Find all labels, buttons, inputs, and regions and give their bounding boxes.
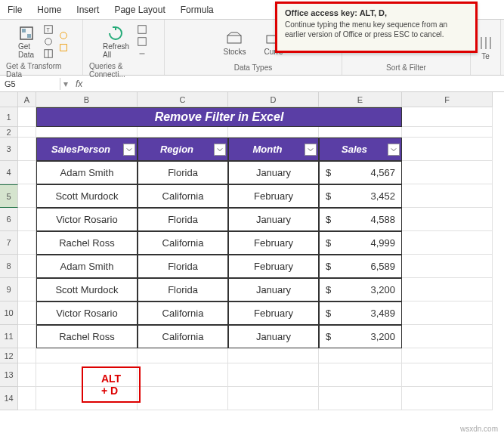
properties-icon[interactable] [137, 36, 147, 47]
cell-region[interactable]: California [138, 231, 228, 255]
cell[interactable] [319, 127, 402, 138]
queries-icon[interactable] [137, 24, 147, 35]
row-header-9[interactable]: 9 [0, 278, 18, 301]
cell[interactable] [402, 107, 493, 127]
col-header-b[interactable]: B [36, 92, 138, 107]
cell[interactable] [18, 161, 36, 184]
cell-sales[interactable]: $4,588 [319, 208, 402, 231]
cell[interactable] [36, 127, 138, 138]
col-header-f[interactable]: F [402, 92, 493, 107]
cell[interactable] [402, 325, 493, 348]
cell-region[interactable]: Florida [138, 161, 228, 184]
stocks-button[interactable]: Stocks [220, 28, 249, 57]
row-header-12[interactable]: 12 [0, 348, 18, 363]
from-web-icon[interactable] [43, 36, 54, 47]
cell-region[interactable]: California [138, 184, 228, 208]
cell-region[interactable]: California [138, 325, 228, 348]
cell[interactable] [402, 184, 493, 208]
get-data-button[interactable]: Get Data [14, 23, 39, 60]
cell-sales[interactable]: $6,589 [319, 255, 402, 278]
cell-salesperson[interactable]: Scott Murdock [36, 278, 138, 301]
cell[interactable] [402, 161, 493, 184]
cell[interactable] [18, 301, 36, 325]
header-month[interactable]: Month [228, 138, 319, 161]
cell[interactable] [18, 325, 36, 348]
cell[interactable] [138, 127, 228, 138]
cell[interactable] [18, 184, 36, 208]
name-box[interactable]: G5 [0, 78, 60, 90]
cell[interactable] [18, 127, 36, 138]
cell-month[interactable]: January [228, 208, 319, 231]
cell-salesperson[interactable]: Scott Murdock [36, 184, 138, 208]
cell-sales[interactable]: $4,999 [319, 231, 402, 255]
col-header-a[interactable]: A [18, 92, 36, 107]
col-header-e[interactable]: E [319, 92, 402, 107]
cell-region[interactable]: Florida [138, 255, 228, 278]
cell[interactable] [18, 348, 36, 363]
refresh-all-button[interactable]: Refresh All [100, 23, 132, 60]
cell-month[interactable]: February [228, 184, 319, 208]
cell[interactable] [18, 208, 36, 231]
tab-home[interactable]: Home [29, 2, 69, 18]
cell[interactable] [319, 363, 402, 387]
cell[interactable] [138, 348, 228, 363]
cell-salesperson[interactable]: Victor Rosario [36, 208, 138, 231]
row-header-13[interactable]: 13 [0, 363, 18, 387]
select-all-corner[interactable] [0, 92, 18, 107]
cell[interactable] [319, 348, 402, 363]
row-header-7[interactable]: 7 [0, 231, 18, 255]
cell[interactable]: ALT + D [36, 363, 138, 387]
col-header-d[interactable]: D [228, 92, 319, 107]
row-header-6[interactable]: 6 [0, 208, 18, 231]
cell-month[interactable]: February [228, 301, 319, 325]
from-table-icon[interactable] [43, 48, 54, 59]
row-header-8[interactable]: 8 [0, 255, 18, 278]
cell[interactable] [228, 348, 319, 363]
cell[interactable] [402, 231, 493, 255]
cell-sales[interactable]: $4,567 [319, 161, 402, 184]
cell-salesperson[interactable]: Victor Rosario [36, 301, 138, 325]
header-region[interactable]: Region [138, 138, 228, 161]
recent-sources-icon[interactable] [58, 30, 69, 41]
row-header-1[interactable]: 1 [0, 107, 18, 127]
cell[interactable] [402, 127, 493, 138]
cell[interactable] [18, 363, 36, 387]
cell[interactable] [138, 363, 228, 387]
cell-salesperson[interactable]: Rachel Ross [36, 231, 138, 255]
cell[interactable] [319, 387, 402, 410]
row-header-14[interactable]: 14 [0, 387, 18, 410]
fx-button[interactable]: fx [71, 79, 87, 89]
cell-month[interactable]: February [228, 231, 319, 255]
row-header-10[interactable]: 10 [0, 301, 18, 325]
cell-sales[interactable]: $3,200 [319, 278, 402, 301]
cell[interactable] [18, 231, 36, 255]
tab-insert[interactable]: Insert [69, 2, 107, 18]
row-header-2[interactable]: 2 [0, 127, 18, 138]
formula-input[interactable] [87, 82, 504, 85]
row-header-11[interactable]: 11 [0, 325, 18, 348]
filter-dropdown-sales[interactable] [388, 144, 400, 156]
cell[interactable] [402, 138, 493, 161]
cell-region[interactable]: California [138, 301, 228, 325]
title-cell[interactable]: Remove Filter in Excel [36, 107, 402, 127]
cell-sales[interactable]: $3,452 [319, 184, 402, 208]
cell[interactable] [402, 348, 493, 363]
cell[interactable] [18, 107, 36, 127]
filter-dropdown-salesperson[interactable] [123, 144, 135, 156]
cell[interactable] [228, 363, 319, 387]
header-sales[interactable]: Sales [319, 138, 402, 161]
cell[interactable] [402, 208, 493, 231]
cell[interactable] [228, 387, 319, 410]
cell-region[interactable]: Florida [138, 278, 228, 301]
cell-month[interactable]: February [228, 255, 319, 278]
cell-sales[interactable]: $3,489 [319, 301, 402, 325]
cell[interactable] [138, 387, 228, 410]
cell[interactable] [36, 348, 138, 363]
cell-region[interactable]: Florida [138, 208, 228, 231]
cell[interactable] [402, 363, 493, 387]
cell[interactable] [18, 255, 36, 278]
cell[interactable] [18, 278, 36, 301]
header-salesperson[interactable]: SalesPerson [36, 138, 138, 161]
cell-month[interactable]: January [228, 325, 319, 348]
col-header-c[interactable]: C [138, 92, 228, 107]
